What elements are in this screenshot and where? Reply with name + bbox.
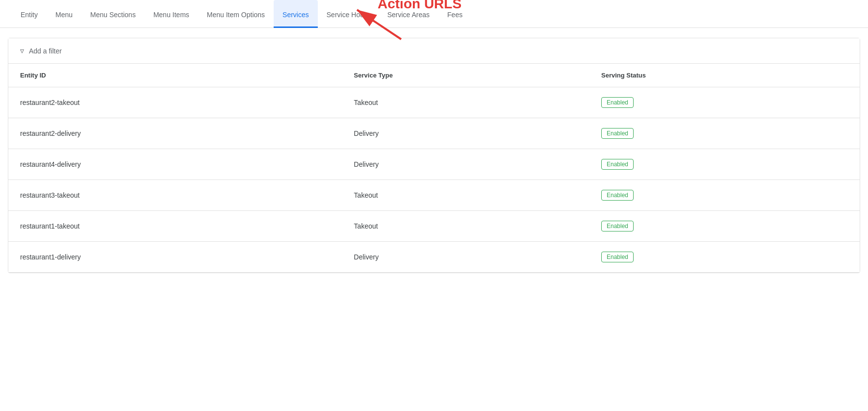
tab-menu-item-options[interactable]: Menu Item Options — [198, 0, 274, 28]
cell-service-type: Takeout — [342, 211, 589, 242]
cell-serving-status: Enabled — [589, 149, 860, 180]
cell-entity-id: restaurant2-takeout — [8, 87, 342, 118]
main-content: ▿ Add a filter Entity IDService TypeServ… — [8, 38, 860, 273]
table-row[interactable]: restaurant4-deliveryDeliveryEnabled — [8, 149, 860, 180]
table-row[interactable]: restaurant2-takeoutTakeoutEnabled — [8, 87, 860, 118]
cell-entity-id: restaurant1-delivery — [8, 242, 342, 273]
nav-tabs: EntityMenuMenu SectionsMenu ItemsMenu It… — [0, 0, 868, 28]
data-table: Entity IDService TypeServing Status rest… — [8, 64, 860, 273]
status-badge: Enabled — [601, 221, 634, 231]
tab-services[interactable]: Services — [274, 0, 318, 28]
status-badge: Enabled — [601, 252, 634, 262]
cell-entity-id: restaurant1-takeout — [8, 211, 342, 242]
cell-entity-id: restaurant4-delivery — [8, 149, 342, 180]
status-badge: Enabled — [601, 97, 634, 108]
tab-entity[interactable]: Entity — [12, 0, 47, 28]
tab-menu-items[interactable]: Menu Items — [145, 0, 198, 28]
cell-serving-status: Enabled — [589, 118, 860, 149]
cell-entity-id: restaurant3-takeout — [8, 180, 342, 211]
status-badge: Enabled — [601, 128, 634, 139]
table-row[interactable]: restaurant2-deliveryDeliveryEnabled — [8, 118, 860, 149]
table-row[interactable]: restaurant1-deliveryDeliveryEnabled — [8, 242, 860, 273]
cell-serving-status: Enabled — [589, 180, 860, 211]
status-badge: Enabled — [601, 159, 634, 170]
cell-service-type: Delivery — [342, 118, 589, 149]
col-header-service-type: Service Type — [342, 64, 589, 87]
col-header-entity-id: Entity ID — [8, 64, 342, 87]
cell-serving-status: Enabled — [589, 87, 860, 118]
table-row[interactable]: restaurant3-takeoutTakeoutEnabled — [8, 180, 860, 211]
cell-service-type: Takeout — [342, 87, 589, 118]
cell-service-type: Delivery — [342, 149, 589, 180]
filter-label[interactable]: Add a filter — [29, 47, 62, 55]
tab-menu[interactable]: Menu — [47, 0, 81, 28]
table-row[interactable]: restaurant1-takeoutTakeoutEnabled — [8, 211, 860, 242]
col-header-serving-status: Serving Status — [589, 64, 860, 87]
tab-service-areas[interactable]: Service Areas — [379, 0, 438, 28]
tab-menu-sections[interactable]: Menu Sections — [81, 0, 145, 28]
cell-serving-status: Enabled — [589, 211, 860, 242]
cell-service-type: Takeout — [342, 180, 589, 211]
table-header-row: Entity IDService TypeServing Status — [8, 64, 860, 87]
table-header: Entity IDService TypeServing Status — [8, 64, 860, 87]
cell-serving-status: Enabled — [589, 242, 860, 273]
cell-service-type: Delivery — [342, 242, 589, 273]
filter-icon: ▿ — [20, 46, 24, 55]
status-badge: Enabled — [601, 190, 634, 201]
cell-entity-id: restaurant2-delivery — [8, 118, 342, 149]
tab-fees[interactable]: Fees — [438, 0, 471, 28]
filter-bar: ▿ Add a filter — [8, 38, 860, 64]
table-body: restaurant2-takeoutTakeoutEnabledrestaur… — [8, 87, 860, 273]
tab-service-hours[interactable]: Service Hours — [318, 0, 379, 28]
